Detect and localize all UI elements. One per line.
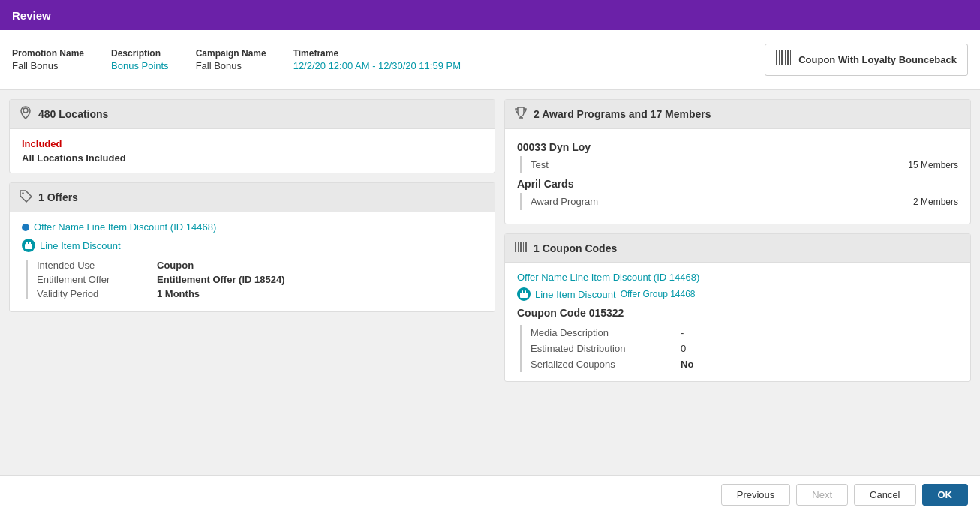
offer-type-text: Line Item Discount — [40, 240, 121, 251]
est-dist-label: Estimated Distribution — [531, 343, 681, 354]
coupon-codes-header: 1 Coupon Codes — [505, 234, 970, 263]
coupon-offer-type-text: Line Item Discount — [535, 289, 616, 300]
locations-header-text: 480 Locations — [38, 108, 108, 120]
intended-use-label: Intended Use — [37, 260, 157, 271]
promotion-name-field: Promotion Name Fall Bonus — [12, 48, 84, 71]
previous-button[interactable]: Previous — [721, 484, 791, 506]
program1-name: 00033 Dyn Loy — [517, 141, 958, 153]
svg-rect-21 — [525, 290, 526, 293]
coupon-codes-header-text: 1 Coupon Codes — [534, 242, 617, 254]
coupon-codes-body: Offer Name Line Item Discount (ID 14468)… — [505, 263, 970, 381]
offer-dot — [22, 224, 29, 231]
validity-label: Validity Period — [37, 288, 157, 299]
validity-value: 1 Months — [157, 288, 200, 299]
svg-rect-2 — [781, 50, 783, 65]
description-value: Bonus Points — [111, 60, 169, 71]
intended-use-value: Coupon — [157, 260, 194, 271]
header-title: Review — [12, 9, 51, 22]
serialized-row: Serialized Coupons No — [520, 356, 958, 372]
ok-button[interactable]: OK — [922, 484, 969, 506]
award-programs-body: 00033 Dyn Loy Test 15 Members April Card… — [505, 129, 970, 224]
program2-sub-row: Award Program 2 Members — [520, 193, 958, 210]
description-field: Description Bonus Points — [111, 48, 169, 71]
svg-rect-0 — [776, 50, 777, 65]
promotion-type-button[interactable]: Coupon With Loyalty Bounceback — [765, 44, 968, 76]
serialized-label: Serialized Coupons — [531, 359, 681, 370]
promotion-type-label: Coupon With Loyalty Bounceback — [798, 54, 957, 65]
campaign-name-label: Campaign Name — [196, 48, 266, 59]
award-programs-card: 2 Award Programs and 17 Members 00033 Dy… — [504, 99, 971, 224]
award-programs-header: 2 Award Programs and 17 Members — [505, 100, 970, 129]
barcode-icon — [776, 50, 792, 69]
media-desc-value: - — [681, 327, 684, 338]
offer-type-icon — [22, 239, 35, 252]
description-label: Description — [111, 48, 169, 59]
intended-use-row: Intended Use Coupon — [37, 260, 482, 271]
entitlement-label: Entitlement Offer — [37, 274, 157, 285]
timeframe-field: Timeframe 12/2/20 12:00 AM - 12/30/20 11… — [293, 48, 461, 71]
tag-icon — [19, 189, 32, 206]
svg-rect-16 — [520, 242, 522, 252]
left-panel: 480 Locations Included All Locations Inc… — [9, 99, 495, 466]
est-dist-row: Estimated Distribution 0 — [520, 341, 958, 356]
svg-rect-11 — [29, 242, 31, 245]
program1-sub-label: Test — [531, 159, 549, 170]
coupon-offer-type-icon — [517, 287, 531, 301]
svg-point-7 — [23, 108, 28, 113]
promotion-name-value: Fall Bonus — [12, 60, 84, 71]
main-content: 480 Locations Included All Locations Inc… — [0, 90, 980, 475]
svg-rect-20 — [522, 290, 523, 293]
offer-name-link[interactable]: Offer Name Line Item Discount (ID 14468) — [22, 221, 482, 233]
svg-rect-9 — [25, 244, 32, 249]
cancel-button[interactable]: Cancel — [854, 484, 915, 506]
svg-rect-4 — [787, 50, 789, 65]
locations-card-body: Included All Locations Included — [10, 129, 495, 173]
svg-rect-19 — [520, 293, 528, 298]
campaign-name-value: Fall Bonus — [196, 60, 266, 71]
header-bar: Review — [0, 0, 980, 30]
offers-card-header: 1 Offers — [10, 183, 495, 212]
svg-rect-15 — [518, 242, 519, 252]
svg-rect-1 — [779, 50, 780, 65]
locations-included: Included — [22, 138, 482, 149]
footer: Previous Next Cancel OK — [0, 475, 980, 514]
info-row: Promotion Name Fall Bonus Description Bo… — [0, 30, 980, 90]
program2-name: April Cards — [517, 178, 958, 190]
program1-sub-row: Test 15 Members — [520, 156, 958, 173]
svg-rect-6 — [792, 50, 792, 65]
offers-card: 1 Offers Offer Name Line Item Discount (… — [9, 182, 495, 312]
coupon-offer-group: Offer Group 14468 — [621, 289, 696, 299]
program2-members: 2 Members — [913, 197, 958, 207]
next-button[interactable]: Next — [796, 484, 848, 506]
validity-row: Validity Period 1 Months — [37, 288, 482, 299]
offer-group-value: 14468 — [670, 289, 695, 299]
timeframe-value: 12/2/20 12:00 AM - 12/30/20 11:59 PM — [293, 60, 461, 71]
svg-rect-10 — [26, 242, 28, 245]
coupon-code-title: Coupon Code 015322 — [517, 307, 958, 319]
locations-card: 480 Locations Included All Locations Inc… — [9, 99, 495, 173]
media-desc-row: Media Description - — [520, 325, 958, 341]
location-icon — [19, 106, 32, 122]
coupon-barcode-icon — [514, 240, 528, 256]
svg-rect-18 — [525, 242, 527, 252]
svg-rect-17 — [523, 242, 524, 252]
timeframe-label: Timeframe — [293, 48, 461, 59]
coupon-offer-link[interactable]: Offer Name Line Item Discount (ID 14468) — [517, 272, 958, 283]
program1-members: 15 Members — [908, 160, 958, 170]
offer-name-text: Offer Name Line Item Discount (ID 14468) — [34, 221, 216, 233]
entitlement-value: Entitlement Offer (ID 18524) — [157, 274, 285, 285]
offer-group-label: Offer Group — [621, 289, 668, 299]
svg-rect-3 — [785, 50, 786, 65]
svg-rect-5 — [790, 50, 791, 65]
svg-point-8 — [22, 192, 23, 194]
media-desc-label: Media Description — [531, 327, 681, 338]
trophy-icon — [514, 106, 528, 122]
locations-card-header: 480 Locations — [10, 100, 495, 129]
coupon-offer-type-row: Line Item Discount Offer Group 14468 — [517, 287, 958, 301]
locations-desc: All Locations Included — [22, 152, 482, 164]
campaign-name-field: Campaign Name Fall Bonus — [196, 48, 266, 71]
offer-type-link[interactable]: Line Item Discount — [22, 239, 482, 252]
info-fields: Promotion Name Fall Bonus Description Bo… — [12, 48, 765, 71]
offers-header-text: 1 Offers — [38, 191, 78, 203]
coupon-codes-card: 1 Coupon Codes Offer Name Line Item Disc… — [504, 233, 971, 382]
